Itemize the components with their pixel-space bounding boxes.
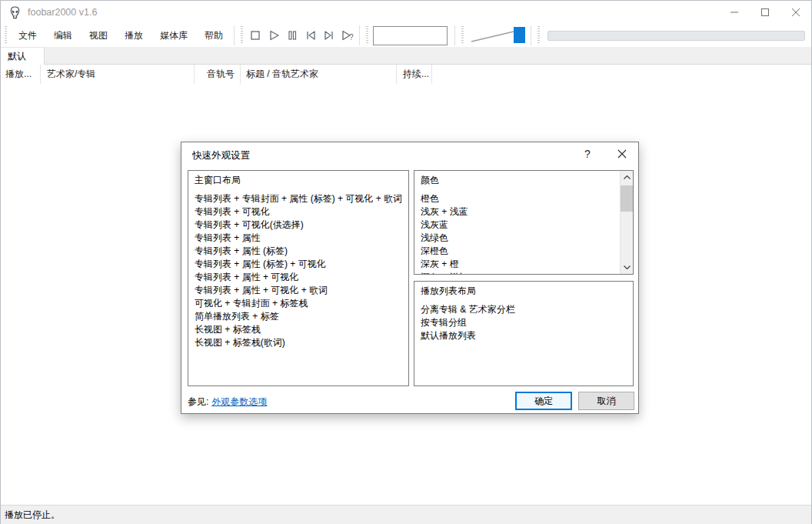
- close-icon: [617, 149, 627, 159]
- previous-track-button[interactable]: [301, 26, 320, 45]
- svg-text:?: ?: [349, 33, 354, 42]
- playback-order-combobox[interactable]: [373, 26, 448, 45]
- menu-view[interactable]: 视图: [81, 24, 116, 47]
- chevron-up-icon: [624, 175, 631, 179]
- see-also: 参见: 外观参数选项: [188, 396, 267, 409]
- colors-listbox[interactable]: 颜色 橙色浅灰 + 浅蓝浅灰蓝浅绿色深橙色深灰 + 橙深灰 + 洋红: [414, 170, 634, 275]
- color-option[interactable]: 浅绿色: [414, 232, 633, 245]
- random-button[interactable]: ?: [338, 26, 357, 45]
- main-layout-option[interactable]: 可视化 + 专辑封面 + 标签栈: [188, 297, 408, 310]
- toolbar-separator: [234, 25, 235, 45]
- see-also-label: 参见:: [188, 396, 208, 409]
- scroll-down-button[interactable]: [621, 261, 634, 274]
- next-track-icon: [322, 28, 336, 42]
- colors-header: 颜色: [414, 174, 633, 187]
- color-option[interactable]: 橙色: [414, 192, 633, 205]
- main-layout-option[interactable]: 专辑列表 + 属性 + 可视化 + 歌词: [188, 284, 408, 297]
- help-icon: ?: [584, 148, 591, 160]
- menu-edit[interactable]: 编辑: [45, 24, 81, 47]
- stop-icon: [248, 28, 262, 42]
- color-option[interactable]: 浅灰蓝: [414, 219, 633, 232]
- seekbar-grip-handle[interactable]: [537, 26, 540, 45]
- main-layout-option[interactable]: 简单播放列表 + 标签: [188, 310, 408, 323]
- playlist-column-headers: 播放... 艺术家/专辑 音轨号 标题 / 音轨艺术家 持续...: [1, 65, 811, 84]
- main-layout-option[interactable]: 专辑列表 + 属性 (标签): [188, 245, 408, 258]
- colors-scrollbar[interactable]: [620, 171, 633, 274]
- window-title: foobar2000 v1.6: [28, 7, 97, 18]
- main-layout-header: 主窗口布局: [188, 174, 408, 187]
- main-layout-option[interactable]: 专辑列表 + 属性 + 可视化: [188, 271, 408, 284]
- playback-grip-handle[interactable]: [241, 26, 243, 45]
- next-track-button[interactable]: [320, 26, 338, 45]
- color-option[interactable]: 浅灰 + 浅蓝: [414, 205, 633, 219]
- quick-appearance-dialog: 快速外观设置 ? 主窗口布局 专辑列表 + 专辑封面 + 属性 (标签) + 可…: [181, 142, 639, 414]
- random-icon: ?: [340, 28, 355, 42]
- app-window: foobar2000 v1.6 文件 编辑 视图 播放 媒体库 帮助: [0, 0, 812, 524]
- previous-track-icon: [304, 28, 318, 42]
- menu-playback[interactable]: 播放: [116, 24, 151, 47]
- toolbar: 文件 编辑 视图 播放 媒体库 帮助 ?: [1, 24, 811, 47]
- main-layout-option[interactable]: 长视图 + 标签栈: [188, 323, 408, 336]
- statusbar: 播放已停止。: [1, 505, 811, 524]
- dialog-close-button[interactable]: [610, 142, 634, 165]
- toolbar-separator: [531, 25, 531, 45]
- color-option[interactable]: 深灰 + 橙: [414, 258, 633, 271]
- main-layout-option[interactable]: 长视图 + 标签栈(歌词): [188, 336, 408, 349]
- toolbar-separator: [359, 25, 360, 45]
- maximize-button[interactable]: [750, 1, 780, 24]
- column-playing[interactable]: 播放...: [1, 65, 41, 84]
- main-layout-option[interactable]: 专辑列表 + 可视化(供选择): [188, 219, 408, 232]
- menu-file[interactable]: 文件: [10, 24, 45, 47]
- order-grip-handle[interactable]: [366, 26, 368, 45]
- column-track-number[interactable]: 音轨号: [195, 65, 241, 84]
- playlist-layout-option[interactable]: 按专辑分组: [414, 316, 633, 329]
- menu-grip-handle[interactable]: [5, 26, 7, 45]
- pause-icon: [285, 28, 299, 42]
- playlist-layout-option[interactable]: 默认播放列表: [414, 329, 633, 342]
- maximize-icon: [760, 8, 770, 17]
- playlist-layout-listbox[interactable]: 播放列表布局 分离专辑 & 艺术家分栏按专辑分组默认播放列表: [414, 281, 634, 386]
- column-artist-album[interactable]: 艺术家/专辑: [41, 65, 195, 84]
- stop-button[interactable]: [246, 26, 265, 45]
- dialog-help-button[interactable]: ?: [575, 142, 600, 165]
- main-layout-listbox[interactable]: 主窗口布局 专辑列表 + 专辑封面 + 属性 (标签) + 可视化 + 歌词专辑…: [188, 170, 409, 386]
- tab-default[interactable]: 默认: [1, 47, 45, 65]
- playlist-layout-header: 播放列表布局: [414, 285, 633, 298]
- playback-buttons: ?: [246, 26, 357, 45]
- scrollbar-thumb[interactable]: [621, 185, 634, 212]
- cancel-button[interactable]: 取消: [578, 392, 634, 410]
- toolbar-separator: [454, 25, 455, 45]
- scroll-up-button[interactable]: [621, 171, 634, 184]
- column-duration[interactable]: 持续...: [397, 65, 432, 84]
- ok-button[interactable]: 确定: [515, 392, 572, 410]
- seekbar[interactable]: [547, 31, 805, 41]
- main-layout-option[interactable]: 专辑列表 + 属性: [188, 232, 408, 245]
- menubar: 文件 编辑 视图 播放 媒体库 帮助: [10, 24, 231, 47]
- play-button[interactable]: [265, 26, 283, 45]
- close-button[interactable]: [780, 1, 811, 24]
- minimize-button[interactable]: [719, 1, 750, 24]
- volume-slider[interactable]: [470, 25, 525, 45]
- play-icon: [267, 28, 281, 42]
- playlist-tabs: 默认: [1, 47, 811, 65]
- pause-button[interactable]: [283, 26, 301, 45]
- window-controls: [719, 1, 811, 24]
- main-layout-option[interactable]: 专辑列表 + 属性 (标签) + 可视化: [188, 258, 408, 271]
- volume-grip-handle[interactable]: [461, 26, 464, 45]
- column-title-track-artist[interactable]: 标题 / 音轨艺术家: [241, 65, 397, 84]
- main-layout-option[interactable]: 专辑列表 + 专辑封面 + 属性 (标签) + 可视化 + 歌词: [188, 192, 408, 205]
- titlebar: foobar2000 v1.6: [1, 1, 811, 24]
- appearance-preferences-link[interactable]: 外观参数选项: [211, 396, 267, 409]
- status-text: 播放已停止。: [5, 509, 60, 522]
- dialog-title: 快速外观设置: [192, 149, 250, 162]
- minimize-icon: [730, 8, 739, 17]
- color-option[interactable]: 深橙色: [414, 245, 633, 258]
- menu-library[interactable]: 媒体库: [151, 24, 196, 47]
- volume-handle[interactable]: [514, 27, 525, 43]
- playlist-layout-option[interactable]: 分离专辑 & 艺术家分栏: [414, 303, 633, 316]
- tab-label: 默认: [8, 50, 26, 63]
- main-layout-option[interactable]: 专辑列表 + 可视化: [188, 205, 408, 219]
- menu-help[interactable]: 帮助: [196, 24, 231, 47]
- chevron-down-icon: [624, 265, 631, 269]
- color-option[interactable]: 深灰 + 洋红: [414, 271, 633, 275]
